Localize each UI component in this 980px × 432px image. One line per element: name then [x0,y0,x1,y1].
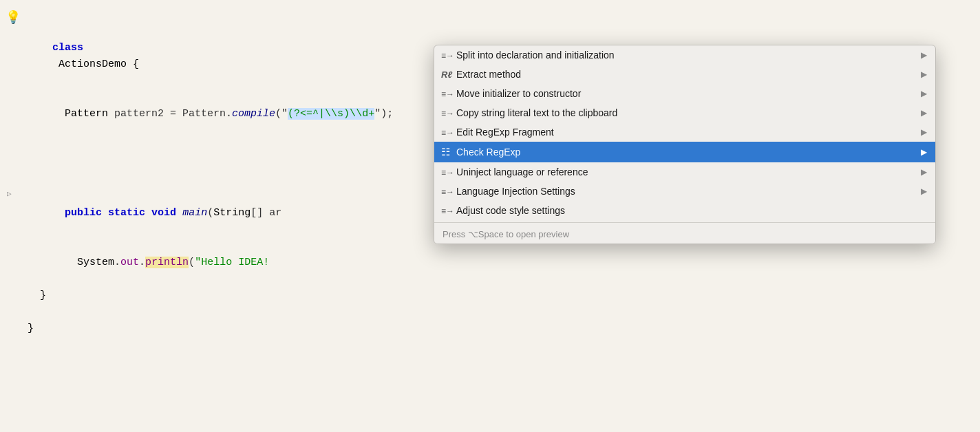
dot1: . [114,257,120,268]
line2-type: Pattern [65,108,108,120]
arrow-icon: ▶ [921,167,927,177]
kw-static: static [108,207,145,219]
arrow-icon: ▶ [921,108,927,118]
menu-label-check: Check RegExp [456,147,921,158]
arrow-icon: ▶ [921,127,927,137]
line2-varname: pattern2 = Pattern. [108,108,232,120]
code-line-7: } [0,288,980,304]
menu-item-move-initializer[interactable]: Move initializer to constructor ▶ [434,84,935,103]
menu-label-copy: Copy string literal text to the clipboar… [456,107,921,118]
line2-indent [52,108,65,120]
code-line-9: } [0,321,980,337]
class-keyword: class [52,42,83,54]
menu-label-lang: Language Injection Settings [456,186,921,197]
arrow-icon: ▶ [921,69,927,79]
menu-label-extract: Extract method [456,69,921,80]
line-indicator: ▷ [7,188,12,201]
param-open: ( [207,207,213,219]
menu-item-copy-string[interactable]: Copy string literal text to the clipboar… [434,103,935,122]
move-icon [441,88,456,99]
menu-footer: Press ⌥Space to open preview [434,225,935,244]
context-menu: Split into declaration and initializatio… [434,45,936,244]
kw-public: public [65,207,102,219]
menu-item-uninject[interactable]: Uninject language or reference ▶ [434,162,935,182]
paren-open: ( [189,257,195,268]
menu-item-check-regexp[interactable]: ☷ Check RegExp ▶ [434,142,935,162]
menu-divider [434,222,935,223]
line2-method: compile [232,108,275,120]
code-line-6: System.out.println("Hello IDEA! [0,238,980,288]
menu-label-uninject: Uninject language or reference [456,166,921,177]
uninject-icon [441,166,456,177]
space2 [145,207,151,219]
copy-icon [441,107,456,118]
check-regexp-icon: ☷ [441,146,456,158]
arrow-icon: ▶ [921,89,927,98]
system: System [77,257,114,268]
kw-void: void [151,207,176,219]
dot2: . [139,257,145,268]
string-highlighted: (?<=^|\\s)\\d+ [288,108,374,120]
menu-label-adjust: Adjust code style settings [456,205,921,216]
extract-icon: Rℓ [441,69,456,80]
menu-item-split-declaration[interactable]: Split into declaration and initializatio… [434,45,935,65]
code-line-8 [0,304,980,321]
menu-label-move: Move initializer to constructor [456,88,921,99]
line2-open: ("(?<=^|\\s)\\d+"); [275,108,393,120]
menu-item-extract-method[interactable]: Rℓ Extract method ▶ [434,65,935,84]
menu-label-split: Split into declaration and initializatio… [456,50,921,61]
arrow-icon: ▶ [921,186,927,196]
method-main: main [182,207,207,219]
println-method: println [145,257,189,268]
adjust-icon [441,205,456,216]
menu-item-edit-regexp[interactable]: Edit RegExp Fragment ▶ [434,122,935,142]
string-arg: "Hello IDEA! [195,257,269,268]
lang-icon [441,186,456,197]
lightbulb-icon[interactable]: 💡 [6,8,21,28]
menu-label-edit: Edit RegExp Fragment [456,127,921,138]
inject-icon [441,50,456,61]
arrow-icon: ▶ [921,50,927,60]
arrow-icon: ▶ [921,147,927,157]
out-field: out [120,257,139,268]
param-type: String [213,207,251,219]
indent [52,207,65,219]
class-name: ActionsDemo { [52,58,139,70]
menu-item-lang-injection[interactable]: Language Injection Settings ▶ [434,182,935,201]
footer-text: Press ⌥Space to open preview [443,229,569,239]
space3 [176,207,182,219]
param-rest: [] ar [251,207,281,219]
menu-item-adjust-code[interactable]: Adjust code style settings ▶ [434,201,935,220]
edit-icon [441,127,456,138]
indent [52,257,77,268]
space [102,207,108,219]
